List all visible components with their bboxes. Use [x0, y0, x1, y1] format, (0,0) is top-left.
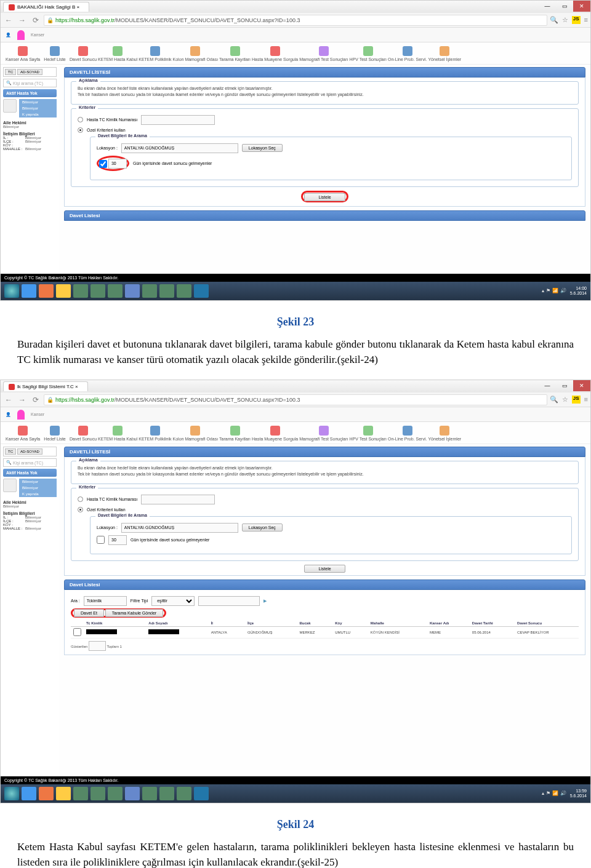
tray-vol-icon-2[interactable]: 🔊 — [560, 790, 566, 797]
taskbar-vs-icon[interactable] — [125, 284, 140, 298]
menu-kolon[interactable]: Kolon Mamografi Odası — [173, 45, 219, 62]
maximize-button-2[interactable]: ▭ — [556, 380, 573, 391]
menu-hasta-muayene[interactable]: Hasta Muayene Sorgula — [252, 45, 298, 62]
taskbar-a6-2[interactable] — [177, 787, 191, 800]
tarama-kabule-button[interactable]: Tarama Kabule Gönder — [105, 609, 163, 617]
menu-davet-sonucu[interactable]: Davet Sonucu — [70, 45, 97, 62]
th-kanser[interactable]: Kanser Adı — [427, 620, 470, 627]
radio-ozel[interactable] — [78, 127, 83, 133]
menu-icon[interactable]: ≡ — [584, 16, 588, 24]
menu-icon-2[interactable]: ≡ — [584, 396, 588, 404]
browser-tab[interactable]: BAKANLIĞI Halk Sagligi B × — [3, 2, 89, 12]
radio-ozel-2[interactable] — [78, 507, 83, 512]
tray-flag-icon[interactable]: ⚑ — [546, 288, 550, 294]
days-input[interactable] — [108, 159, 127, 169]
th-bucak[interactable]: Bucak — [297, 620, 333, 627]
start-button[interactable] — [4, 284, 19, 298]
menu-hpv[interactable]: HPV Test Sonuçları — [349, 45, 387, 62]
url-input-2[interactable]: 🔒 https://hsbs.saglik.gov.tr /MODULES/KA… — [44, 394, 547, 405]
tc-input-2[interactable] — [141, 495, 215, 504]
table-row[interactable]: ANTALYA GÜNDOĞMUŞ MERKEZ UMUTLU KÖYÜN KE… — [71, 626, 579, 638]
minimize-button-2[interactable]: — — [539, 380, 556, 391]
menu-hpv-2[interactable]: HPV Test Sonuçları — [349, 424, 387, 441]
lokasyon-input[interactable] — [121, 143, 238, 153]
th-ilce[interactable]: İlçe — [245, 620, 297, 627]
taskbar-chrome-icon-2[interactable] — [56, 787, 71, 800]
menu-mamografi-2[interactable]: Mamografi Test Sonuçları — [299, 424, 348, 441]
filtre-value-input[interactable] — [198, 596, 260, 606]
days-checkbox[interactable] — [99, 160, 107, 168]
taskbar-ie-icon-2[interactable] — [22, 787, 36, 800]
menu-kanser-ana[interactable]: Kanser Ana Sayfa — [6, 45, 40, 62]
back-button-2[interactable]: ← — [3, 394, 14, 405]
page-size-input[interactable] — [89, 641, 106, 651]
menu-online-2[interactable]: On-Line Prob. Servi. — [388, 424, 427, 441]
adsoyad-button-2[interactable]: AD-SOYAD — [17, 448, 42, 455]
taskbar-firefox-icon-2[interactable] — [39, 787, 54, 800]
taskbar-vs-icon-2[interactable] — [125, 787, 140, 800]
filtre-select[interactable]: eşittir — [151, 596, 195, 606]
url-input[interactable]: 🔒 https://hsbs.saglik.gov.tr /MODULES/KA… — [44, 15, 547, 26]
taskbar-a3-2[interactable] — [108, 787, 123, 800]
taskbar-app4-icon[interactable] — [142, 284, 157, 298]
star-icon[interactable]: ☆ — [562, 16, 568, 24]
close-button[interactable]: ✕ — [573, 1, 590, 12]
tray-net-icon-2[interactable]: 📶 — [552, 790, 558, 797]
taskbar-word-icon[interactable] — [194, 284, 209, 298]
lokasyon-sec-button-2[interactable]: Lokasyon Seç — [242, 524, 283, 532]
taskbar-a4-2[interactable] — [142, 787, 157, 800]
adsoyad-button[interactable]: AD-SOYAD — [17, 69, 42, 75]
menu-hedef-liste-2[interactable]: Hedef Liste — [41, 424, 68, 441]
user-icon-2[interactable]: 👤 — [6, 412, 11, 417]
reload-button-2[interactable]: ⟳ — [30, 394, 41, 405]
menu-yonetsel-2[interactable]: Yönetsel İşlemler — [428, 424, 461, 441]
tray-vol-icon[interactable]: 🔊 — [560, 288, 566, 294]
row-checkbox[interactable] — [73, 628, 81, 636]
menu-ketem-poli[interactable]: KETEM Poliklinik — [139, 45, 171, 62]
tray-net-icon[interactable]: 📶 — [552, 288, 558, 294]
start-button-2[interactable] — [4, 787, 19, 800]
taskbar-word-icon-2[interactable] — [194, 787, 209, 800]
back-button[interactable]: ← — [3, 15, 14, 26]
th-tarih[interactable]: Davet Tarihi — [470, 620, 515, 627]
js-icon[interactable]: JS — [572, 16, 581, 24]
menu-hedef-liste[interactable]: Hedef Liste — [41, 45, 68, 62]
th-mahalle[interactable]: Mahalle — [368, 620, 427, 627]
taskbar-chrome-icon[interactable] — [56, 284, 71, 298]
menu-ketem-poli-2[interactable]: KETEM Poliklinik — [139, 424, 171, 441]
tc-button-2[interactable]: TC — [5, 448, 16, 455]
menu-online[interactable]: On-Line Prob. Servi. — [388, 45, 427, 62]
days-input-2[interactable] — [108, 535, 127, 545]
taskbar-app5-icon[interactable] — [159, 284, 174, 298]
tc-button[interactable]: TC — [5, 69, 16, 75]
menu-hasta-muayene-2[interactable]: Hasta Muayene Sorgula — [252, 424, 298, 441]
browser-tab-2[interactable]: lk Sagligi Bilgi Sistemi T.C × — [3, 381, 88, 391]
menu-ketem-hasta-2[interactable]: KETEM Hasta Kabul — [98, 424, 137, 441]
menu-ketem-hasta[interactable]: KETEM Hasta Kabul — [98, 45, 137, 62]
user-icon[interactable]: 👤 — [6, 33, 11, 38]
menu-kanser-ana-2[interactable]: Kanser Ana Sayfa — [6, 424, 40, 441]
days-checkbox-2[interactable] — [97, 536, 105, 544]
filter-go-icon[interactable]: ▶ — [263, 599, 267, 603]
taskbar-app1-icon[interactable] — [73, 284, 88, 298]
ara-input[interactable] — [84, 596, 127, 606]
menu-mamografi[interactable]: Mamografi Test Sonuçları — [299, 45, 348, 62]
davet-et-button[interactable]: Davet Et — [74, 609, 104, 617]
tray-up-icon-2[interactable]: ▴ — [542, 790, 544, 797]
taskbar-a5-2[interactable] — [159, 787, 174, 800]
taskbar-a1-2[interactable] — [73, 787, 88, 800]
search-icon-2[interactable]: 🔍 — [550, 396, 558, 404]
taskbar-app3-icon[interactable] — [108, 284, 123, 298]
forward-button-2[interactable]: → — [17, 394, 28, 405]
minimize-button[interactable]: — — [539, 1, 556, 12]
th-tc[interactable]: Tc Kimlik — [84, 620, 146, 627]
js-icon-2[interactable]: JS — [572, 396, 581, 404]
tc-input[interactable] — [141, 115, 215, 125]
taskbar-a2-2[interactable] — [90, 787, 105, 800]
listele-button[interactable]: Listele — [304, 193, 345, 201]
taskbar-app2-icon[interactable] — [90, 284, 105, 298]
th-koy[interactable]: Köy — [332, 620, 368, 627]
person-search-input-2[interactable]: 🔍Kişi arama (TC) — [3, 458, 57, 467]
tray-up-icon[interactable]: ▴ — [542, 288, 544, 294]
search-icon[interactable]: 🔍 — [550, 16, 558, 24]
